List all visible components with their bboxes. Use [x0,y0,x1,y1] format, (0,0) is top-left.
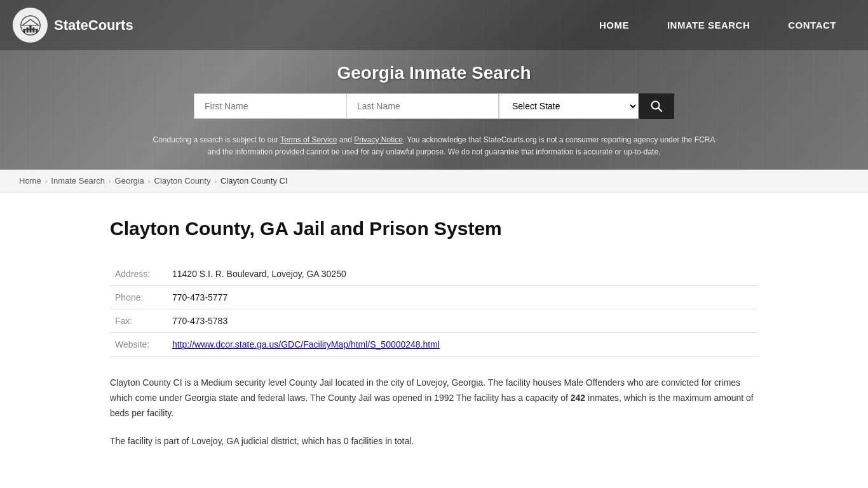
breadcrumb-inmate-search[interactable]: Inmate Search [51,176,105,186]
svg-rect-2 [26,27,28,32]
breadcrumb-georgia[interactable]: Georgia [115,176,144,186]
address-row: Address: 11420 S.I. R. Boulevard, Lovejo… [110,259,758,286]
description-2: The facility is part of Lovejoy, GA judi… [110,434,758,449]
disclaimer-text: Conducting a search is subject to our Te… [148,129,720,163]
logo-icon [13,8,48,43]
website-link[interactable]: http://www.dcor.state.ga.us/GDC/Facility… [172,339,440,349]
fax-label: Fax: [110,309,167,333]
description-1: Clayton County CI is a Medium security l… [110,376,758,421]
fax-value: 770-473-5783 [167,309,758,333]
columns-icon [20,15,41,36]
website-row: Website: http://www.dcor.state.ga.us/GDC… [110,333,758,356]
hero-section: Georgia Inmate Search Select StateAlabam… [0,50,868,170]
nav-home[interactable]: HOME [580,13,648,37]
breadcrumb-clayton-county[interactable]: Clayton County [154,176,211,186]
phone-value: 770-473-5777 [167,286,758,309]
phone-label: Phone: [110,286,167,309]
svg-line-9 [658,108,661,111]
svg-rect-3 [29,25,31,32]
website-value: http://www.dcor.state.ga.us/GDC/Facility… [167,333,758,356]
last-name-input[interactable] [346,93,499,119]
state-select[interactable]: Select StateAlabamaAlaskaArizonaArkansas… [499,93,639,119]
breadcrumb-current: Clayton County CI [220,176,288,186]
terms-link[interactable]: Terms of Service [280,135,337,144]
search-button[interactable] [639,93,674,119]
nav-inmate-search[interactable]: INMATE SEARCH [648,13,769,37]
address-value: 11420 S.I. R. Boulevard, Lovejoy, GA 302… [167,259,758,286]
privacy-link[interactable]: Privacy Notice [354,135,403,144]
svg-rect-6 [23,29,38,29]
breadcrumb-home[interactable]: Home [19,176,41,186]
svg-rect-5 [36,29,37,32]
main-content: Clayton County, GA Jail and Prison Syste… [72,193,796,488]
site-name: StateCourts [54,17,133,34]
facility-title: Clayton County, GA Jail and Prison Syste… [110,218,758,240]
breadcrumb-sep-4: › [214,177,217,185]
logo-area[interactable]: StateCourts [13,8,133,43]
search-bar: Select StateAlabamaAlaskaArizonaArkansas… [13,93,855,119]
breadcrumb-sep-1: › [45,177,48,185]
breadcrumb-sep-2: › [109,177,111,185]
first-name-input[interactable] [194,93,346,119]
phone-row: Phone: 770-473-5777 [110,286,758,309]
svg-rect-4 [32,27,34,32]
address-label: Address: [110,259,167,286]
breadcrumb: Home › Inmate Search › Georgia › Clayton… [0,170,868,193]
top-navigation: StateCourts HOME INMATE SEARCH CONTACT [0,0,868,50]
capacity-value: 242 [571,393,585,403]
search-icon [650,100,663,112]
hero-title: Georgia Inmate Search [13,63,855,83]
fax-row: Fax: 770-473-5783 [110,309,758,333]
website-label: Website: [110,333,167,356]
svg-rect-1 [23,29,25,32]
nav-links: HOME INMATE SEARCH CONTACT [580,13,855,37]
nav-contact[interactable]: CONTACT [769,13,855,37]
breadcrumb-sep-3: › [148,177,151,185]
facility-info-table: Address: 11420 S.I. R. Boulevard, Lovejo… [110,259,758,356]
svg-marker-7 [22,19,39,25]
